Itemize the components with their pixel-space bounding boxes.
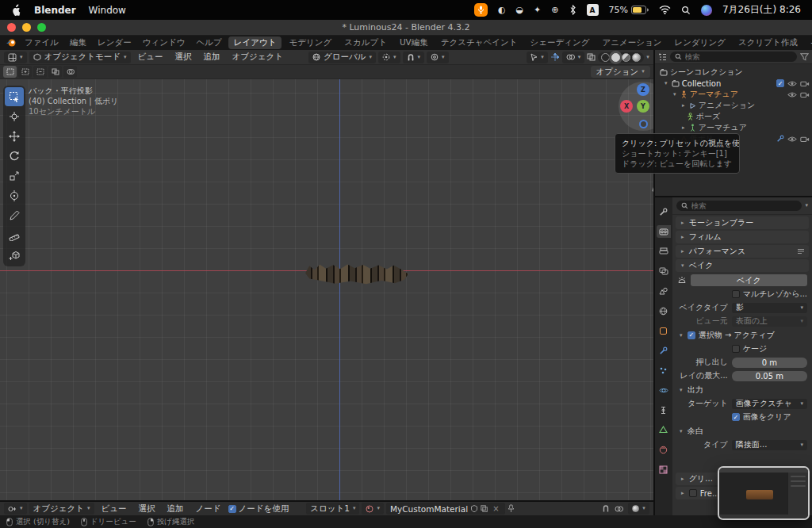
move-tool[interactable] xyxy=(5,127,24,146)
margin-subpanel-header[interactable]: ▾ 余白 xyxy=(676,425,809,437)
view-from-dropdown[interactable]: 表面の上▾ xyxy=(732,316,807,327)
workspace-tab-animation[interactable]: アニメーション xyxy=(597,36,668,49)
extrusion-field[interactable]: 0 m xyxy=(732,358,807,368)
collection-enable-checkbox[interactable]: ✓ xyxy=(776,79,784,87)
transform-orientation-dropdown[interactable]: グローバル ▾ xyxy=(308,52,376,63)
menubar-datetime[interactable]: 7月26日(土) 8:26 xyxy=(722,3,801,17)
browse-material-button[interactable]: ▾ xyxy=(362,503,384,515)
spotlight-search-icon[interactable] xyxy=(681,6,691,15)
disable-render-camera-icon[interactable] xyxy=(800,136,810,143)
copy-material-icon[interactable] xyxy=(481,505,488,512)
editor-type-button[interactable]: ▾ xyxy=(4,52,27,63)
snapping-icon[interactable] xyxy=(602,504,610,513)
cursor-tool[interactable] xyxy=(5,107,24,126)
select-box-tool[interactable] xyxy=(5,87,24,106)
menu-window[interactable]: ウィンドウ xyxy=(137,37,191,48)
unlink-material-icon[interactable]: × xyxy=(491,504,500,513)
menubar-app-name[interactable]: Blender xyxy=(34,5,76,16)
outliner-row-armature-object[interactable]: ▾ アーマチュア xyxy=(655,89,812,100)
menubar-app-icon[interactable]: ⊕ xyxy=(551,6,558,14)
input-source-icon[interactable]: A xyxy=(587,4,599,16)
workspace-tab-scripting[interactable]: スクリプト作成 xyxy=(733,36,803,49)
shader-type-dropdown[interactable]: オブジェクト ▾ xyxy=(29,503,94,515)
shading-options-chevron-icon[interactable]: ▾ xyxy=(646,55,649,60)
shader-preview-dropdown[interactable]: ▾ xyxy=(628,503,649,515)
proportional-editing-dropdown[interactable]: ▾ xyxy=(427,52,449,63)
blender-logo-icon[interactable] xyxy=(6,38,17,48)
viewport-menu-add[interactable]: 追加 xyxy=(199,52,225,63)
apple-menu-icon[interactable] xyxy=(11,4,21,16)
properties-search-input[interactable] xyxy=(691,201,798,210)
margin-type-dropdown[interactable]: 隣接面...▾ xyxy=(732,440,807,450)
outliner-row-armature-data[interactable]: ▸ アーマチュア xyxy=(655,122,812,133)
output-subpanel-header[interactable]: ▾ 出力 xyxy=(676,384,809,396)
panel-motion-blur[interactable]: ▸モーションブラー xyxy=(676,216,809,229)
menu-file[interactable]: ファイル xyxy=(19,37,64,48)
workspace-tab-shading[interactable]: シェーディング xyxy=(525,36,596,49)
workspace-tab-layout[interactable]: レイアウト xyxy=(228,36,282,49)
use-nodes-checkbox[interactable]: ✓ xyxy=(228,505,236,513)
workspace-tab-sculpting[interactable]: スカルプト xyxy=(339,36,393,49)
gizmo-y-axis[interactable]: Y xyxy=(637,100,649,113)
clear-image-checkbox[interactable]: ✓ xyxy=(732,413,740,421)
screenshot-preview-window[interactable] xyxy=(718,466,810,520)
workspace-tab-modeling[interactable]: モデリング xyxy=(283,36,337,49)
panel-bake[interactable]: ▾ベイク xyxy=(676,259,809,272)
gizmo-z-axis[interactable]: Z xyxy=(637,83,649,96)
add-workspace-button[interactable]: + xyxy=(805,37,812,48)
bake-button[interactable]: ベイク xyxy=(691,274,807,286)
menu-help[interactable]: ヘルプ xyxy=(190,37,227,48)
filter-icon[interactable] xyxy=(800,52,809,61)
gizmos-toggle-icon[interactable] xyxy=(550,52,560,62)
physics-properties-tab-icon[interactable] xyxy=(657,384,671,396)
disable-render-camera-icon[interactable] xyxy=(800,80,810,87)
viewport-menu-view[interactable]: ビュー xyxy=(133,52,168,63)
render-properties-tab-icon[interactable] xyxy=(657,225,671,238)
mode-dropdown[interactable]: オブジェクトモード ▾ xyxy=(29,52,131,63)
expand-icon[interactable]: ▸ xyxy=(680,102,687,109)
tool-tab-icon[interactable] xyxy=(657,205,671,218)
transform-tool[interactable] xyxy=(5,186,24,205)
outliner-row-animation[interactable]: ▸ アニメーション xyxy=(655,100,812,111)
scene-properties-tab-icon[interactable] xyxy=(657,285,671,297)
hide-viewport-eye-icon[interactable] xyxy=(787,80,797,87)
measure-tool[interactable] xyxy=(5,226,24,245)
battery-indicator[interactable]: 75% xyxy=(609,5,649,15)
rotate-tool[interactable] xyxy=(5,147,24,166)
menubar-app-icon[interactable]: ◐ xyxy=(498,6,506,14)
overlays-icon[interactable] xyxy=(615,505,623,513)
user-account-icon[interactable] xyxy=(701,5,712,16)
menu-render[interactable]: レンダー xyxy=(92,37,137,48)
shader-menu-select[interactable]: 選択 xyxy=(134,503,160,515)
particles-properties-tab-icon[interactable] xyxy=(657,364,671,377)
material-properties-tab-icon[interactable] xyxy=(657,443,671,456)
menubar-app-icon[interactable]: ◒ xyxy=(515,6,523,14)
material-preview-shading-icon[interactable] xyxy=(622,53,630,62)
wifi-icon[interactable] xyxy=(659,6,671,14)
snap-dropdown[interactable]: ▾ xyxy=(403,52,425,63)
viewlayer-properties-tab-icon[interactable] xyxy=(657,265,671,277)
modifier-properties-tab-icon[interactable] xyxy=(657,344,671,357)
outliner-editor-icon[interactable] xyxy=(658,53,667,61)
selected-to-active-header[interactable]: ▾ ✓ 選択物 → アクティブ xyxy=(676,329,809,341)
select-mode-subtract-icon[interactable] xyxy=(33,66,47,78)
shader-menu-view[interactable]: ビュー xyxy=(97,503,132,515)
workspace-tab-uv[interactable]: UV編集 xyxy=(394,36,434,49)
bluetooth-icon[interactable] xyxy=(569,5,576,15)
from-multires-checkbox[interactable] xyxy=(732,290,740,298)
gizmo-x-axis[interactable]: X xyxy=(620,100,633,113)
fake-user-shield-icon[interactable] xyxy=(471,505,477,512)
add-cube-tool[interactable] xyxy=(5,246,24,265)
texture-properties-tab-icon[interactable] xyxy=(657,463,671,476)
rendered-shading-icon[interactable] xyxy=(632,53,641,62)
minimize-window-button[interactable] xyxy=(22,23,31,32)
constraints-properties-tab-icon[interactable] xyxy=(657,404,671,416)
close-window-button[interactable] xyxy=(7,23,16,32)
properties-search[interactable] xyxy=(676,201,802,211)
gizmo-minus-z-axis[interactable] xyxy=(639,120,648,128)
expand-icon[interactable]: ▸ xyxy=(680,124,687,131)
zoom-window-button[interactable] xyxy=(37,23,46,32)
outliner-search-input[interactable] xyxy=(685,52,792,61)
object-data-properties-tab-icon[interactable] xyxy=(657,423,671,436)
toggle-grid-icon[interactable] xyxy=(652,182,653,192)
